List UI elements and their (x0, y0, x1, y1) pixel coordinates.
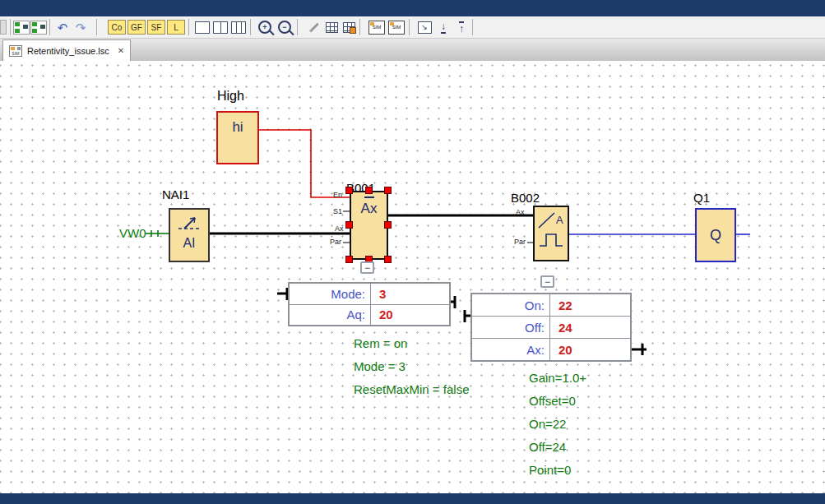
library-gf-button[interactable]: GF (127, 20, 146, 35)
upload-icon: ↑ (459, 21, 464, 34)
tab-title: Retentivity_issue.lsc (27, 46, 109, 56)
title-bar (0, 0, 825, 16)
download-button[interactable]: ↓ (435, 19, 452, 35)
ai-source-label: VW0 (119, 226, 146, 240)
annotation-line: On=22 (529, 413, 586, 436)
selection-handle-middle-right[interactable] (384, 221, 392, 229)
toolbar-separator (297, 19, 298, 35)
triple-window-icon (231, 21, 246, 34)
redo-button[interactable]: ↷ (72, 19, 89, 35)
sim-badge: SIM (392, 25, 401, 30)
param-box-b002[interactable]: On: 22 Off: 24 Ax: 20 (470, 293, 632, 362)
selection-handle-bottom-left[interactable] (345, 256, 353, 263)
split-window-icon (213, 21, 228, 34)
online-test-button[interactable]: SIM (388, 19, 405, 35)
b001-pin-en: En (333, 191, 342, 199)
upload-button[interactable]: ↑ (453, 19, 470, 35)
library-l-button[interactable]: L (167, 20, 185, 35)
param-label: Mode: (290, 287, 370, 301)
annotation-line: Rem = on (354, 332, 469, 355)
block-diagram-icon (30, 21, 47, 35)
q1-label: Q1 (693, 191, 710, 205)
tab-retentivity-issue[interactable]: SIM Retentivity_issue.lsc ✕ (2, 39, 131, 61)
param-label: On: (472, 298, 549, 312)
block-ai[interactable]: AI (169, 208, 210, 262)
sim-badge: SIM (373, 25, 382, 30)
zoom-out-button[interactable]: − (276, 19, 293, 35)
triple-window-button[interactable] (230, 19, 247, 35)
b002-symbol-letter: A (556, 214, 563, 226)
grid-button[interactable] (323, 19, 340, 35)
hi-block-text: hi (232, 119, 243, 163)
zoom-in-icon: + (258, 21, 271, 34)
b002-pin-ax: Ax (516, 208, 525, 216)
ai-block-text: AI (183, 236, 195, 251)
param-label: Aq: (290, 307, 370, 321)
toolbar-separator (250, 19, 251, 35)
download-icon: ↓ (441, 21, 446, 34)
single-window-button[interactable] (194, 19, 211, 35)
document-icon: SIM (9, 45, 22, 57)
analog-threshold-symbol: A (535, 210, 568, 256)
zoom-out-icon: − (278, 21, 291, 34)
grid-snap-icon (343, 22, 355, 33)
param-row: Mode: 3 (290, 284, 449, 305)
annotation-line: Mode = 3 (354, 355, 469, 378)
close-icon[interactable]: ✕ (118, 46, 124, 55)
param-box-b001[interactable]: Mode: 3 Aq: 20 (288, 282, 451, 326)
redo-icon: ↷ (76, 21, 86, 34)
selection-handle-top-right[interactable] (384, 187, 392, 194)
connect-tool-button[interactable]: ↘ (416, 19, 433, 35)
pen-tool-button[interactable] (306, 19, 322, 35)
b002-pin-par: Par (514, 238, 526, 246)
grid-snap-button[interactable] (341, 19, 357, 35)
toolbar: ↶ ↷ Co GF SF L + − (0, 16, 825, 39)
plus-glyph: + (262, 23, 267, 31)
b002-label: B002 (511, 191, 540, 205)
new-diagram-icon[interactable] (30, 19, 47, 35)
library-co-button[interactable]: Co (108, 20, 126, 35)
q1-block-text: Q (710, 227, 721, 244)
diagram-canvas[interactable]: High hi NAI1 VW0 AI B001 Ax En S1 Ax Par (0, 61, 825, 493)
block-hi[interactable]: hi (216, 111, 259, 164)
param-row: Off: 24 (472, 317, 630, 339)
zoom-in-button[interactable]: + (257, 19, 273, 35)
grid-icon (326, 22, 338, 33)
block-b002[interactable]: A (533, 206, 569, 261)
param-row: Ax: 20 (472, 339, 630, 360)
b002-collapse-button[interactable]: − (540, 275, 554, 288)
b001-annotations: Rem = on Mode = 3 ResetMaxMin = false (354, 332, 469, 401)
param-value: 20 (370, 305, 449, 326)
block-b001[interactable]: Ax (350, 191, 388, 260)
block-q1[interactable]: Q (695, 208, 736, 262)
minus-symbol (364, 197, 374, 198)
analog-input-symbol (175, 213, 203, 234)
param-value: 24 (549, 317, 630, 338)
selection-handle-top-left[interactable] (345, 187, 353, 194)
selection-handle-middle-left[interactable] (345, 221, 353, 229)
split-window-button[interactable] (212, 19, 229, 35)
param-value: 22 (549, 294, 630, 316)
undo-button[interactable]: ↶ (54, 19, 71, 35)
tab-bar: SIM Retentivity_issue.lsc ✕ (0, 39, 825, 61)
undo-icon: ↶ (58, 21, 68, 34)
toolbar-separator (188, 19, 189, 35)
clipped-toolbar-button[interactable] (0, 20, 7, 35)
param-label: Ax: (472, 343, 549, 357)
selection-handle-top-middle[interactable] (365, 187, 373, 194)
simulation-button[interactable]: SIM (368, 19, 385, 35)
selection-handle-bottom-right[interactable] (384, 256, 392, 263)
b001-pin-par: Par (330, 238, 341, 246)
status-bar (0, 493, 825, 504)
connect-tool-icon: ↘ (418, 21, 432, 34)
minus-glyph: − (282, 23, 286, 31)
b001-pin-ax: Ax (335, 224, 344, 233)
open-diagram-icon[interactable] (13, 19, 30, 35)
annotation-line: Point=0 (529, 459, 586, 482)
library-sf-button[interactable]: SF (147, 20, 165, 35)
wire-hi-to-b001-en[interactable] (259, 130, 350, 197)
param-label: Off: (472, 321, 549, 335)
param-row: Aq: 20 (290, 305, 449, 326)
toolbar-separator (96, 19, 97, 35)
b001-collapse-button[interactable]: − (360, 261, 374, 274)
